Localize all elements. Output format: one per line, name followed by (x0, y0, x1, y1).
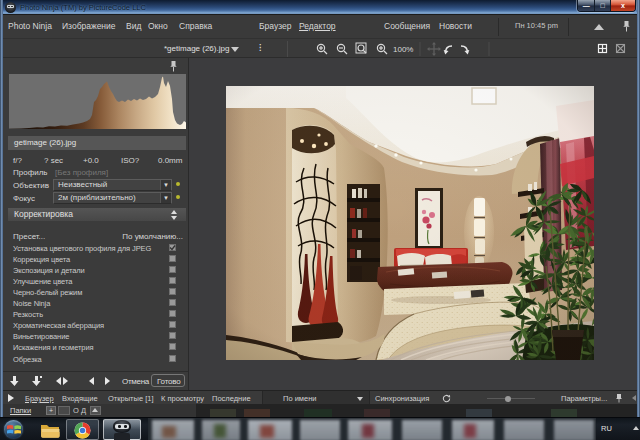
svg-text:100%: 100% (393, 45, 413, 54)
